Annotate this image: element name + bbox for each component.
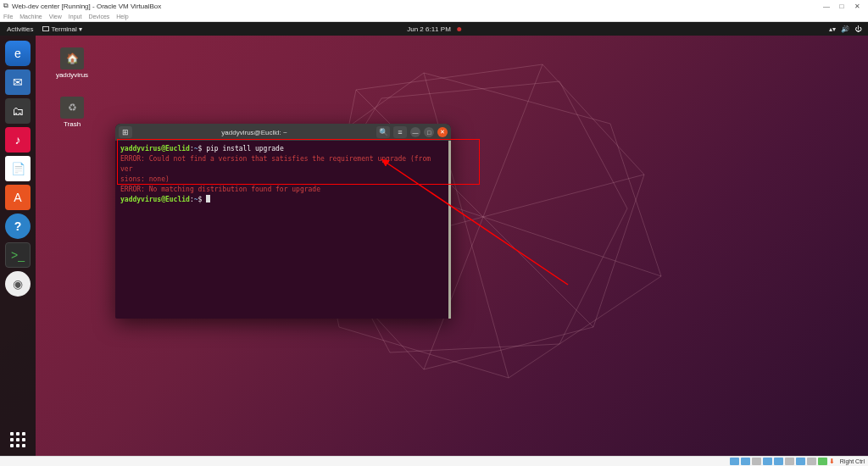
home-folder-icon: 🏠 bbox=[60, 47, 84, 69]
guest-screen: Activities Terminal ▾ Jun 2 6:11 PM ▴▾ 🔊… bbox=[0, 22, 868, 456]
terminal-maximize-button[interactable]: □ bbox=[424, 127, 434, 137]
clock[interactable]: Jun 2 6:11 PM bbox=[407, 25, 461, 33]
terminal-line-1: yaddyvirus@Euclid:~$ pip install upgrade bbox=[120, 144, 446, 154]
terminal-panel-icon bbox=[42, 26, 49, 31]
vbox-status-hdd-icon[interactable] bbox=[730, 458, 739, 465]
vbox-menu-help[interactable]: Help bbox=[116, 14, 128, 19]
dock-edge-browser[interactable]: e bbox=[5, 41, 31, 66]
terminal-menu-button[interactable]: ≡ bbox=[393, 126, 407, 138]
terminal-window[interactable]: ⊞ yaddyvirus@Euclid: ~ 🔍 ≡ — □ ✕ yaddyvi… bbox=[115, 124, 451, 319]
dock-thunderbird[interactable]: ✉ bbox=[5, 69, 31, 95]
app-menu[interactable]: Terminal ▾ bbox=[42, 25, 82, 33]
dock-disc[interactable]: ◉ bbox=[5, 271, 31, 297]
dock: e ✉ 🗂 ♪ 📄 A ? >_ ◉ bbox=[0, 36, 36, 456]
terminal-body[interactable]: yaddyvirus@Euclid:~$ pip install upgrade… bbox=[115, 141, 451, 319]
vbox-host-key-icon: ⬇ bbox=[829, 458, 835, 465]
vbox-status-recording-icon[interactable] bbox=[807, 458, 816, 465]
music-icon: ♪ bbox=[15, 133, 21, 147]
terminal-error-line-1: ERROR: Could not find a version that sat… bbox=[120, 154, 446, 175]
show-applications-button[interactable] bbox=[10, 432, 25, 447]
vbox-status-audio-icon[interactable] bbox=[752, 458, 761, 465]
command-text: pip install upgrade bbox=[206, 145, 284, 153]
recording-indicator-icon bbox=[457, 27, 461, 31]
desktop-icon-home[interactable]: 🏠 yaddyvirus bbox=[47, 47, 97, 79]
virtualbox-title: Web-dev center [Running] - Oracle VM Vir… bbox=[12, 3, 819, 10]
desktop-icon-label: yaddyvirus bbox=[47, 71, 97, 79]
desktop-icon-trash[interactable]: ♻ Trash bbox=[47, 97, 97, 128]
dock-terminal[interactable]: >_ bbox=[5, 242, 31, 268]
vbox-host-key-label: Right Ctrl bbox=[840, 458, 865, 464]
system-tray[interactable]: ▴▾ 🔊 ⏻ bbox=[829, 25, 868, 33]
virtualbox-titlebar: ⧉ Web-dev center [Running] - Oracle VM V… bbox=[0, 0, 868, 12]
vbox-status-usb-icon[interactable] bbox=[774, 458, 783, 465]
activities-button[interactable]: Activities bbox=[7, 25, 34, 33]
terminal-error-line-2: sions: none) bbox=[120, 175, 446, 185]
terminal-cursor bbox=[206, 195, 210, 202]
vbox-maximize-button[interactable]: □ bbox=[834, 3, 849, 10]
terminal-error-line-3: ERROR: No matching distribution found fo… bbox=[120, 185, 446, 195]
prompt-user: yaddyvirus@Euclid bbox=[120, 145, 190, 153]
virtualbox-menubar: File Machine View Input Devices Help bbox=[0, 12, 868, 22]
mail-icon: ✉ bbox=[13, 75, 23, 89]
vbox-menu-input[interactable]: Input bbox=[69, 14, 82, 19]
terminal-search-button[interactable]: 🔍 bbox=[376, 126, 390, 138]
help-icon: ? bbox=[14, 219, 22, 233]
vbox-menu-view[interactable]: View bbox=[49, 14, 62, 19]
disc-icon: ◉ bbox=[13, 277, 23, 291]
virtualbox-status-bar: ⬇ Right Ctrl bbox=[0, 456, 868, 466]
terminal-new-tab-button[interactable]: ⊞ bbox=[119, 126, 132, 138]
vbox-status-optical-icon[interactable] bbox=[741, 458, 750, 465]
writer-icon: 📄 bbox=[11, 162, 25, 175]
clock-label: Jun 2 6:11 PM bbox=[407, 25, 451, 33]
edge-icon: e bbox=[14, 47, 21, 60]
vbox-status-guest-additions-icon[interactable] bbox=[818, 458, 827, 465]
vbox-close-button[interactable]: ✕ bbox=[849, 3, 865, 10]
vbox-menu-machine[interactable]: Machine bbox=[19, 14, 42, 19]
terminal-minimize-button[interactable]: — bbox=[410, 127, 420, 137]
vbox-minimize-button[interactable]: — bbox=[819, 3, 834, 10]
vbox-app-icon: ⧉ bbox=[3, 2, 8, 10]
vbox-menu-file[interactable]: File bbox=[3, 14, 13, 19]
dock-rhythmbox[interactable]: ♪ bbox=[5, 127, 31, 153]
dock-help[interactable]: ? bbox=[5, 214, 31, 239]
software-icon: A bbox=[14, 191, 21, 204]
terminal-title: yaddyvirus@Euclid: ~ bbox=[136, 129, 373, 136]
dock-files[interactable]: 🗂 bbox=[5, 98, 31, 124]
files-icon: 🗂 bbox=[12, 104, 24, 118]
terminal-line-prompt-2: yaddyvirus@Euclid:~$ bbox=[120, 195, 446, 205]
dock-libreoffice-writer[interactable]: 📄 bbox=[5, 156, 31, 181]
desktop-icon-label: Trash bbox=[47, 120, 97, 128]
power-icon: ⏻ bbox=[854, 25, 861, 33]
gnome-top-panel: Activities Terminal ▾ Jun 2 6:11 PM ▴▾ 🔊… bbox=[0, 22, 868, 36]
trash-icon: ♻ bbox=[60, 97, 84, 119]
vbox-status-network-icon[interactable] bbox=[763, 458, 772, 465]
vbox-menu-devices[interactable]: Devices bbox=[88, 14, 109, 19]
app-menu-label: Terminal ▾ bbox=[52, 25, 82, 33]
virtualbox-host-window: ⧉ Web-dev center [Running] - Oracle VM V… bbox=[0, 0, 868, 466]
vbox-status-shared-folders-icon[interactable] bbox=[785, 458, 794, 465]
terminal-titlebar[interactable]: ⊞ yaddyvirus@Euclid: ~ 🔍 ≡ — □ ✕ bbox=[115, 124, 451, 141]
terminal-close-button[interactable]: ✕ bbox=[437, 127, 448, 137]
vbox-status-display-icon[interactable] bbox=[796, 458, 805, 465]
dock-ubuntu-software[interactable]: A bbox=[5, 185, 31, 210]
volume-icon: 🔊 bbox=[841, 25, 849, 33]
terminal-icon: >_ bbox=[11, 248, 25, 262]
network-icon: ▴▾ bbox=[829, 25, 836, 33]
